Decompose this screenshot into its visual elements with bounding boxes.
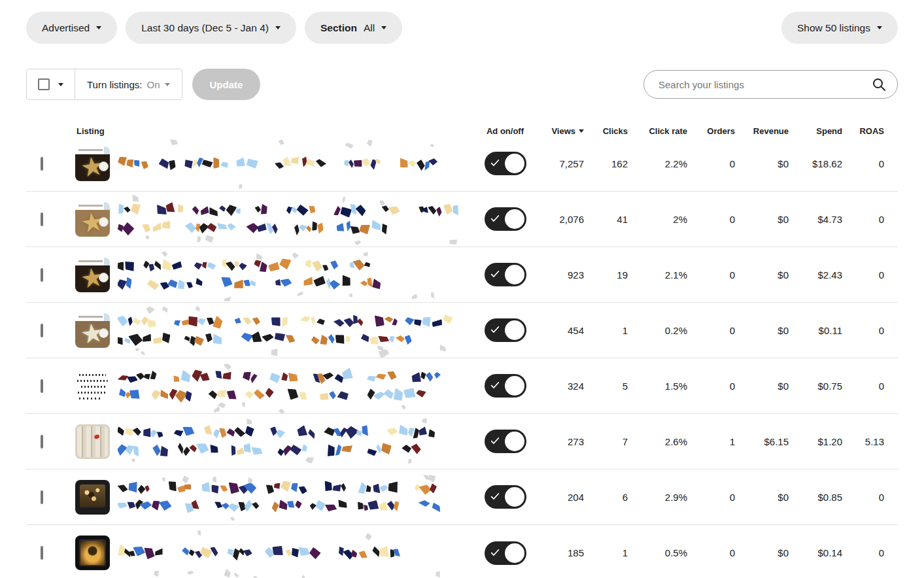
column-header-revenue: Revenue <box>735 126 789 136</box>
orders-value: 0 <box>687 492 735 503</box>
ad-on-off-toggle[interactable] <box>485 152 526 175</box>
views-value: 273 <box>533 436 584 447</box>
revenue-value: $0 <box>735 158 789 169</box>
turn-listings-label: Turn listings: <box>87 79 142 90</box>
ad-on-off-toggle[interactable] <box>485 207 526 231</box>
column-header-roas: ROAS <box>842 126 884 136</box>
listing-thumbnail[interactable] <box>75 424 110 459</box>
listing-thumbnail[interactable] <box>75 536 110 570</box>
row-checkbox[interactable] <box>41 490 43 504</box>
table-row: 7,257 162 2.2% 0 $0 $18.62 0 <box>26 136 898 192</box>
ad-on-off-toggle[interactable] <box>485 430 526 453</box>
orders-value: 0 <box>687 547 735 558</box>
listing-title-redacted[interactable] <box>118 192 477 246</box>
toggle-knob <box>505 209 524 229</box>
table-header-right: Ad on/off Views Clicks Click rate Orders… <box>477 126 898 136</box>
select-all-checkbox[interactable] <box>38 78 50 90</box>
search-icon[interactable] <box>870 75 888 94</box>
ad-on-off-toggle[interactable] <box>485 263 526 286</box>
listing-thumbnail[interactable] <box>75 202 110 237</box>
row-checkbox[interactable] <box>41 324 43 337</box>
check-icon <box>490 435 500 446</box>
filters-row: Advertised Last 30 days (Dec 5 - Jan 4) … <box>26 12 898 44</box>
listing-title-redacted[interactable] <box>118 358 477 413</box>
revenue-value: $0 <box>735 214 789 225</box>
listing-title-redacted[interactable] <box>118 303 477 358</box>
listing-thumbnail[interactable] <box>75 313 110 348</box>
listing-title-redacted[interactable] <box>118 469 477 524</box>
table-body: 7,257 162 2.2% 0 $0 $18.62 0 2,076 <box>26 136 898 578</box>
row-checkbox-cell <box>26 158 75 169</box>
listing-thumbnail[interactable] <box>75 480 110 515</box>
listing-title-redacted[interactable] <box>118 414 477 469</box>
turn-listings-dropdown[interactable]: Turn listings: On <box>75 69 182 99</box>
row-checkbox[interactable] <box>41 268 43 282</box>
row-checkbox[interactable] <box>41 435 43 449</box>
row-metrics: 204 6 2.9% 0 $0 $0.85 0 <box>477 485 898 509</box>
spend-value: $18.62 <box>789 158 842 169</box>
table-row: 273 7 2.6% 1 $6.15 $1.20 5.13 <box>26 414 898 469</box>
listing-thumbnail[interactable] <box>75 146 110 181</box>
row-metrics: 2,076 41 2% 0 $0 $4.73 0 <box>477 207 898 231</box>
row-checkbox-cell <box>26 436 75 447</box>
select-all-dropdown[interactable] <box>27 69 75 99</box>
show-listings-count-dropdown[interactable]: Show 50 listings <box>781 12 898 44</box>
listing-title-redacted[interactable] <box>118 247 477 302</box>
ad-on-off-toggle[interactable] <box>485 485 526 509</box>
toggle-knob <box>505 320 524 340</box>
click-rate-value: 2.2% <box>628 158 687 169</box>
clicks-value: 19 <box>584 269 628 280</box>
revenue-value: $0 <box>735 325 789 336</box>
table-row: 185 1 0.5% 0 $0 $0.14 0 <box>26 525 898 578</box>
check-icon <box>490 491 500 502</box>
row-metrics: 7,257 162 2.2% 0 $0 $18.62 0 <box>477 152 898 175</box>
ad-on-off-toggle[interactable] <box>485 541 526 565</box>
column-header-views[interactable]: Views <box>533 126 584 136</box>
click-rate-value: 2.9% <box>628 492 687 503</box>
ad-on-off-toggle[interactable] <box>485 374 526 398</box>
row-metrics: 923 19 2.1% 0 $0 $2.43 0 <box>477 263 898 286</box>
orders-value: 0 <box>687 158 735 169</box>
spend-value: $0.85 <box>789 492 842 503</box>
update-button[interactable]: Update <box>192 69 261 100</box>
listing-thumbnail[interactable] <box>75 369 110 403</box>
show-listings-label: Show 50 listings <box>797 22 870 34</box>
roas-value: 0 <box>842 492 884 503</box>
toggle-knob <box>505 265 524 284</box>
roas-value: 0 <box>842 325 884 336</box>
row-checkbox[interactable] <box>41 212 43 226</box>
chevron-down-icon <box>96 26 101 29</box>
revenue-value: $0 <box>735 492 789 503</box>
search-input[interactable] <box>657 78 870 91</box>
date-range-label: Last 30 days (Dec 5 - Jan 4) <box>141 22 269 34</box>
clicks-value: 6 <box>584 492 628 503</box>
column-header-spend: Spend <box>789 126 842 136</box>
views-value: 454 <box>533 325 584 336</box>
click-rate-value: 2% <box>628 214 687 225</box>
row-checkbox[interactable] <box>41 379 43 393</box>
row-checkbox-cell <box>26 492 75 503</box>
ad-on-off-toggle[interactable] <box>485 318 526 342</box>
check-icon <box>490 547 500 558</box>
column-header-clicks: Clicks <box>584 126 628 136</box>
clicks-value: 1 <box>584 547 628 558</box>
clicks-value: 7 <box>584 436 628 447</box>
listing-thumbnail[interactable] <box>75 258 110 292</box>
spend-value: $0.75 <box>789 381 842 392</box>
views-value: 2,076 <box>533 214 584 225</box>
orders-value: 1 <box>687 436 735 447</box>
listing-title-redacted[interactable] <box>118 136 477 191</box>
orders-value: 0 <box>687 381 735 392</box>
toggle-knob <box>505 487 524 507</box>
chevron-down-icon <box>381 26 386 29</box>
row-checkbox[interactable] <box>41 157 43 171</box>
listing-title-redacted[interactable] <box>118 525 477 578</box>
orders-value: 0 <box>687 269 735 280</box>
revenue-value: $6.15 <box>735 436 789 447</box>
revenue-value: $0 <box>735 547 789 558</box>
date-range-filter-dropdown[interactable]: Last 30 days (Dec 5 - Jan 4) <box>126 12 296 44</box>
clicks-value: 1 <box>584 325 628 336</box>
section-filter-dropdown[interactable]: Section All <box>305 12 402 44</box>
advertised-filter-dropdown[interactable]: Advertised <box>26 12 117 44</box>
row-checkbox[interactable] <box>41 546 43 560</box>
